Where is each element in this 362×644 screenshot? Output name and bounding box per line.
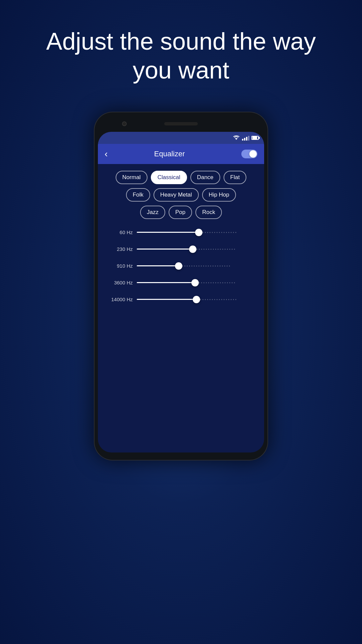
dotted-track-0: [200, 232, 256, 233]
svg-marker-0: [235, 138, 238, 140]
back-button[interactable]: ‹: [105, 149, 108, 159]
phone-screen: ‹ Equalizer NormalClassicalDanceFlat Fol…: [98, 132, 264, 452]
slider-track-0[interactable]: [137, 229, 256, 236]
slider-thumb-4[interactable]: [193, 296, 200, 303]
freq-label-0: 60 Hz: [106, 229, 133, 235]
screen-title: Equalizer: [111, 150, 228, 158]
page-headline: Adjust the sound the way you want: [34, 27, 328, 85]
dotted-track-3: [196, 282, 256, 283]
preset-chip-hip-hop[interactable]: Hip Hop: [202, 188, 236, 202]
headline-line2: you want: [133, 57, 229, 84]
eq-sliders: 60 Hz230 Hz910 Hz3600 Hz14000 Hz: [98, 222, 264, 452]
freq-label-3: 3600 Hz: [106, 280, 133, 285]
presets-row-3: JazzPopRock: [103, 206, 259, 219]
headline-line1: Adjust the sound the way: [46, 28, 316, 55]
signal-icon: [242, 135, 249, 141]
presets-row-1: NormalClassicalDanceFlat: [103, 171, 259, 184]
wifi-icon: [233, 135, 240, 141]
presets-container: NormalClassicalDanceFlat FolkHeavy Metal…: [98, 164, 264, 222]
freq-label-4: 14000 Hz: [106, 297, 133, 302]
slider-thumb-1[interactable]: [189, 246, 196, 253]
preset-chip-dance[interactable]: Dance: [190, 171, 220, 184]
status-bar: [98, 132, 264, 144]
app-bar: ‹ Equalizer: [98, 144, 264, 164]
preset-chip-rock[interactable]: Rock: [195, 206, 222, 219]
freq-label-1: 230 Hz: [106, 246, 133, 252]
equalizer-toggle[interactable]: [241, 150, 257, 158]
preset-chip-jazz[interactable]: Jazz: [140, 206, 165, 219]
preset-chip-normal[interactable]: Normal: [116, 171, 147, 184]
presets-row-2: FolkHeavy MetalHip Hop: [103, 188, 259, 202]
dotted-track-1: [194, 249, 256, 250]
slider-track-4[interactable]: [137, 296, 256, 303]
status-icons: [233, 135, 259, 141]
phone-mockup: ‹ Equalizer NormalClassicalDanceFlat Fol…: [94, 112, 268, 461]
preset-chip-classical[interactable]: Classical: [151, 171, 187, 184]
preset-chip-heavy-metal[interactable]: Heavy Metal: [154, 188, 198, 202]
slider-track-3[interactable]: [137, 279, 256, 286]
preset-chip-folk[interactable]: Folk: [126, 188, 150, 202]
slider-track-2[interactable]: [137, 263, 256, 269]
slider-row-3: 3600 Hz: [106, 279, 256, 286]
slider-row-1: 230 Hz: [106, 246, 256, 253]
preset-chip-flat[interactable]: Flat: [224, 171, 246, 184]
slider-thumb-0[interactable]: [195, 229, 202, 236]
dotted-track-4: [198, 299, 256, 300]
slider-row-2: 910 Hz: [106, 263, 256, 269]
slider-thumb-2[interactable]: [175, 262, 182, 270]
slider-row-4: 14000 Hz: [106, 296, 256, 303]
dotted-track-2: [180, 265, 256, 266]
toggle-knob: [249, 150, 257, 158]
phone-top-bar: [98, 116, 264, 132]
front-camera: [122, 121, 127, 126]
speaker-grille: [164, 122, 198, 125]
slider-track-1[interactable]: [137, 246, 256, 253]
preset-chip-pop[interactable]: Pop: [169, 206, 192, 219]
battery-icon: [251, 136, 259, 140]
freq-label-2: 910 Hz: [106, 263, 133, 269]
slider-thumb-3[interactable]: [191, 279, 199, 286]
slider-row-0: 60 Hz: [106, 229, 256, 236]
